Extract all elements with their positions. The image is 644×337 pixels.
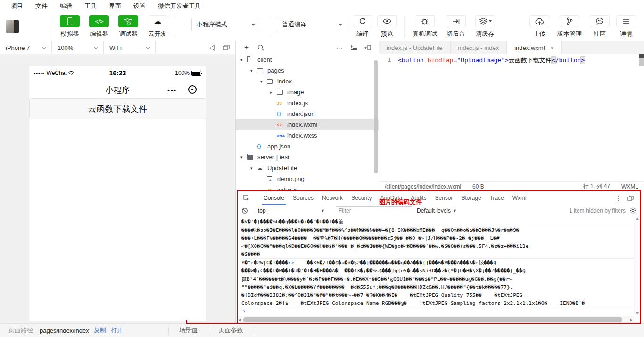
language-mode[interactable]: WXML	[621, 183, 638, 190]
console-log-line: Colorspace 2�!$ �tEXtJPEG-Colorspace-Nam…	[241, 299, 634, 306]
file-path: /client/pages/index/index.wxml	[385, 183, 461, 190]
clear-cache-button[interactable]: 清缓存	[471, 15, 500, 38]
menu-devtools[interactable]: 微信开发者工具	[152, 2, 207, 10]
detach-window-icon[interactable]	[223, 45, 230, 50]
zoom-select[interactable]: 100%	[52, 41, 104, 54]
tree-item-index-wxml[interactable]: < > index.wxml	[236, 119, 379, 130]
scroll-right-icon[interactable]	[630, 318, 632, 322]
tab-storage[interactable]: Storage	[457, 191, 486, 205]
cloud-dev-button[interactable]: ☁ 云开发	[143, 15, 172, 38]
menu-file[interactable]: 文件	[29, 2, 54, 10]
tree-item-server-test[interactable]: ▾ server | test	[236, 152, 379, 163]
tree-item-app-json[interactable]: { } app.json	[236, 141, 379, 152]
sound-icon[interactable]	[210, 45, 216, 51]
scrollbar-thumb[interactable]	[243, 317, 622, 322]
tree-item-index-json[interactable]: { } index.json	[236, 108, 379, 119]
simulator-toggle-button[interactable]: 模拟器	[55, 15, 84, 38]
tree-item-image[interactable]: ▸ image	[236, 87, 379, 98]
more-options-button[interactable]: ⋯	[333, 42, 346, 53]
clear-console-icon[interactable]	[241, 207, 248, 214]
mode-select[interactable]: 小程序模式	[191, 18, 260, 31]
console-log-line: 籅B'4`������t�\����y�ʹ�s�P���Γ���+�.�E��X…	[241, 275, 634, 283]
tree-item-index-js[interactable]: JS index.js	[236, 98, 379, 108]
context-select[interactable]: top ▼	[256, 207, 327, 214]
network-select[interactable]: WiFi	[104, 41, 156, 54]
console-horizontal-scrollbar[interactable]	[238, 316, 634, 323]
remote-debug-button[interactable]: 真机调试	[408, 15, 441, 38]
close-tab-icon[interactable]: ×	[551, 44, 554, 51]
preview-button[interactable]: 预览	[375, 15, 399, 38]
tab-sensor[interactable]: Sensor	[431, 191, 457, 205]
filter-input[interactable]	[336, 206, 412, 214]
device-select[interactable]: iPhone 7	[0, 41, 52, 54]
debugger-toggle-button[interactable]: 调试器	[114, 15, 143, 38]
capsule-more-icon[interactable]: •••	[167, 87, 177, 94]
inspect-element-icon[interactable]	[243, 195, 250, 201]
switch-background-button[interactable]: 切后台	[441, 15, 471, 38]
cursor-position[interactable]: 行 1, 列 47	[583, 182, 610, 190]
hide-sidebar-button[interactable]	[362, 42, 374, 53]
details-button[interactable]: 详情	[613, 15, 639, 38]
code-area[interactable]: 1 <button bindtap="UploadImage">云函数下载文件<…	[379, 54, 644, 181]
tab-security[interactable]: Security	[347, 191, 376, 205]
menu-interface[interactable]: 界面	[103, 2, 127, 10]
kebab-menu-icon[interactable]: ⋮	[615, 194, 622, 202]
version-control-button[interactable]: 版本管理	[553, 15, 586, 38]
scroll-down-icon[interactable]	[636, 312, 639, 314]
compile-button[interactable]: 编译	[350, 15, 375, 38]
open-link[interactable]: 打开	[111, 326, 123, 335]
collapse-all-button[interactable]	[347, 42, 360, 53]
editor-toggle-button[interactable]: </> 编辑器	[84, 15, 114, 38]
annotation-stroke	[186, 320, 187, 324]
page-params-label[interactable]: 页面参数	[219, 326, 243, 335]
tab-sources[interactable]: Sources	[289, 191, 318, 205]
menu-tools[interactable]: 工具	[78, 2, 103, 10]
tab-index-js-index[interactable]: index.js - index	[451, 41, 507, 54]
tab-trace[interactable]: Trace	[486, 191, 508, 205]
tree-item-updatefile[interactable]: ▾ ☁ UpdateFile	[236, 163, 379, 173]
tree-item-server-index-js[interactable]: JS index.js	[236, 184, 379, 191]
main-toolbar: 模拟器 </> 编辑器 调试器 ☁ 云开发 小程序模式 普通编译	[0, 12, 644, 41]
expand-arrow-icon[interactable]: ▾	[250, 68, 257, 73]
menu-settings[interactable]: 设置	[127, 2, 152, 10]
tab-wxml[interactable]: Wxml	[508, 191, 531, 205]
cloud-icon: ☁	[257, 165, 263, 171]
tab-index-js-updatefile[interactable]: index.js - UpdateFile	[379, 41, 451, 54]
menu-project[interactable]: 项目	[5, 2, 29, 10]
console-output[interactable]: �V�'�]����%b��g���b�i��"�U��T��羞 ���#k�s…	[238, 216, 634, 306]
tree-item-demo-png[interactable]: demo.png	[236, 173, 379, 184]
compile-mode-select[interactable]: 普通编译	[277, 18, 347, 31]
menu-edit[interactable]: 编辑	[54, 2, 78, 10]
log-levels-select[interactable]: Default levels ▼	[417, 207, 457, 214]
tab-network[interactable]: Network	[318, 191, 347, 205]
scroll-up-icon[interactable]	[636, 218, 639, 220]
tree-item-client[interactable]: ▾ client	[236, 54, 379, 65]
upload-button[interactable]: 上传	[526, 15, 553, 38]
miniprogram-title: 小程序	[29, 85, 206, 96]
console-settings-gear-icon[interactable]	[629, 207, 636, 214]
new-file-button[interactable]: +	[240, 42, 253, 53]
cloud-download-button[interactable]: 云函数下载文件	[29, 98, 206, 119]
tab-index-wxml[interactable]: index.wxml ×	[507, 41, 562, 54]
dock-side-icon[interactable]	[627, 196, 634, 201]
expand-arrow-icon[interactable]: ▾	[240, 155, 247, 160]
scroll-left-icon[interactable]	[239, 318, 241, 322]
tree-item-index-wxss[interactable]: wxss index.wxss	[236, 130, 379, 141]
expand-arrow-icon[interactable]: ▸	[270, 90, 277, 95]
scene-value-label[interactable]: 场景值	[179, 326, 198, 335]
expand-arrow-icon[interactable]: ▾	[260, 79, 267, 84]
expand-arrow-icon[interactable]: ▾	[240, 58, 247, 62]
tree-item-index[interactable]: ▾ index	[236, 76, 379, 87]
editor-scrollbar[interactable]	[639, 54, 644, 82]
capsule-home-icon[interactable]	[188, 85, 197, 94]
console-vertical-scrollbar[interactable]	[634, 216, 640, 316]
community-button[interactable]: 社区	[586, 15, 613, 38]
tab-console[interactable]: Console	[259, 191, 289, 205]
console-prompt[interactable]: ›	[238, 306, 634, 315]
explorer-scrollbar[interactable]	[374, 60, 378, 173]
expand-arrow-icon[interactable]: ▾	[250, 166, 257, 171]
search-button[interactable]	[255, 42, 267, 53]
tree-item-pages[interactable]: ▾ pages	[236, 65, 379, 76]
copy-link[interactable]: 复制	[94, 326, 106, 335]
user-avatar[interactable]	[6, 20, 19, 33]
